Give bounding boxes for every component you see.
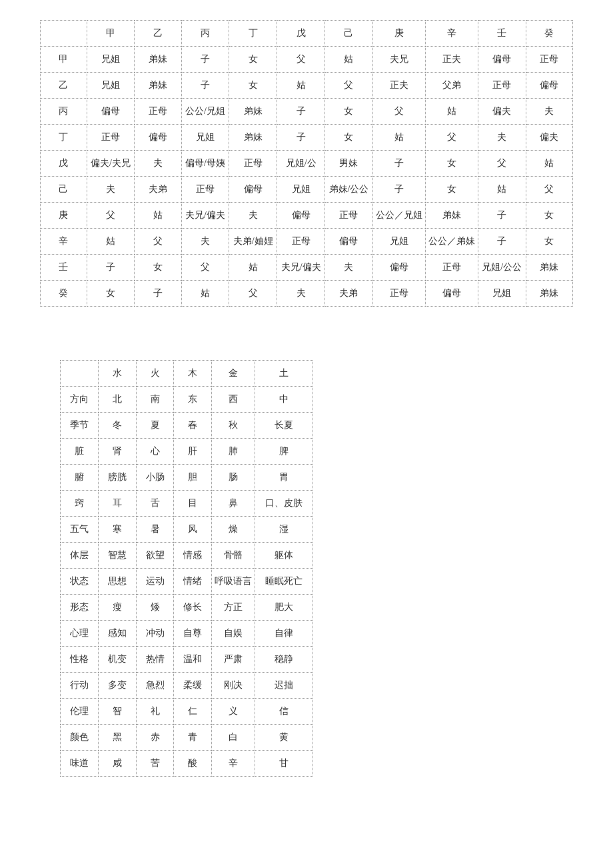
table-cell: 姑: [87, 229, 135, 255]
table-cell: 修长: [174, 595, 212, 621]
table-cell: 戊: [277, 21, 325, 47]
table-cell: 弟妹: [526, 255, 572, 281]
table-cell: 偏母/母姨: [181, 151, 229, 177]
table-cell: 急烈: [136, 673, 174, 699]
table-cell: 暑: [136, 517, 174, 543]
table-cell: 父: [181, 255, 229, 281]
table-cell: 甲: [87, 21, 135, 47]
table-cell: 壬: [478, 21, 526, 47]
table-cell: 腑: [61, 465, 99, 491]
table-row: 味道咸苦酸辛甘: [61, 751, 313, 777]
table-cell: 夏: [136, 413, 174, 439]
table-row: 水火木金土: [61, 361, 313, 387]
table-cell: 正母: [277, 229, 325, 255]
table-row: 癸女子姑父夫夫弟正母偏母兄姐弟妹: [41, 281, 573, 307]
heavenly-stems-relations-table: 甲乙丙丁戊己庚辛壬癸甲兄姐弟妹子女父姑夫兄正夫偏母正母乙兄姐弟妹子女姑父正夫父弟…: [40, 20, 573, 307]
table-cell: 公公／弟妹: [425, 229, 478, 255]
table-cell: 信: [255, 699, 313, 725]
table-row: 戊偏夫/夫兄夫偏母/母姨正母兄姐/公男妹子女父姑: [41, 151, 573, 177]
table-cell: 公公／兄姐: [372, 203, 425, 229]
table-cell: 男妹: [325, 151, 373, 177]
table-cell: 父: [478, 151, 526, 177]
table-cell: 辛: [425, 21, 478, 47]
table-cell: 女: [425, 177, 478, 203]
table-cell: 姑: [325, 47, 373, 73]
table-cell: 丁: [41, 125, 87, 151]
table-cell: 脏: [61, 439, 99, 465]
table-cell: 正母: [526, 47, 572, 73]
table-cell: 寒: [98, 517, 136, 543]
table-cell: 偏母: [229, 177, 277, 203]
table-cell: 夫兄/偏夫: [181, 203, 229, 229]
table-cell: 子: [478, 203, 526, 229]
table-cell: 姑: [229, 255, 277, 281]
table-cell: 刚决: [212, 673, 255, 699]
table-cell: 辛: [41, 229, 87, 255]
table-cell: 口、皮肤: [255, 491, 313, 517]
table-cell: 姑: [135, 203, 181, 229]
table-row: 脏肾心肝肺脾: [61, 439, 313, 465]
table-cell: 偏母: [526, 73, 572, 99]
table-cell: 戊: [41, 151, 87, 177]
table-cell: 仁: [174, 699, 212, 725]
table-cell: 呼吸语言: [212, 569, 255, 595]
table-cell: 西: [212, 387, 255, 413]
table-row: 腑膀胱小肠胆肠胃: [61, 465, 313, 491]
table-row: 庚父姑夫兄/偏夫夫偏母正母公公／兄姐弟妹子女: [41, 203, 573, 229]
table-cell: 父弟: [425, 73, 478, 99]
table-cell: 状态: [61, 569, 99, 595]
table-cell: 正母: [478, 73, 526, 99]
table-cell: 弟妹: [135, 73, 181, 99]
table-cell: 正夫: [372, 73, 425, 99]
table-cell: 弟妹: [526, 281, 572, 307]
table-cell: 胃: [255, 465, 313, 491]
table-cell: 季节: [61, 413, 99, 439]
table-cell: 父: [526, 177, 572, 203]
table-cell: 正夫: [425, 47, 478, 73]
table-cell: 弟妹: [229, 99, 277, 125]
table-cell: 感知: [98, 621, 136, 647]
table-row: 窍耳舌目鼻口、皮肤: [61, 491, 313, 517]
table-cell: 弟妹: [135, 47, 181, 73]
table-cell: 子: [181, 47, 229, 73]
table-cell: 自尊: [174, 621, 212, 647]
table-cell: 兄姐: [277, 177, 325, 203]
table-cell: 正母: [181, 177, 229, 203]
table-cell: 柔缓: [174, 673, 212, 699]
table-cell: 咸: [98, 751, 136, 777]
table-cell: 膀胱: [98, 465, 136, 491]
table-cell: 辛: [212, 751, 255, 777]
table-cell: 肾: [98, 439, 136, 465]
table-cell: 兄姐: [87, 47, 135, 73]
table-cell: 性格: [61, 647, 99, 673]
table-cell: 正母: [87, 125, 135, 151]
table-row: 甲兄姐弟妹子女父姑夫兄正夫偏母正母: [41, 47, 573, 73]
table-cell: 女: [229, 47, 277, 73]
table-cell: 土: [255, 361, 313, 387]
table-cell: 女: [325, 99, 373, 125]
table-cell: 心理: [61, 621, 99, 647]
table-cell: 夫兄: [372, 47, 425, 73]
table-cell: 己: [325, 21, 373, 47]
table-cell: 偏母: [135, 125, 181, 151]
table-cell: 子: [372, 151, 425, 177]
table-cell: 夫弟: [325, 281, 373, 307]
table-cell: 庚: [372, 21, 425, 47]
table-row: 行动多变急烈柔缓刚决迟拙: [61, 673, 313, 699]
table-row: 心理感知冲动自尊自娱自律: [61, 621, 313, 647]
table-cell: 水: [98, 361, 136, 387]
table-cell: 骨骼: [212, 543, 255, 569]
table-cell: 严肃: [212, 647, 255, 673]
table-cell: 小肠: [136, 465, 174, 491]
table-cell: 兄姐: [181, 125, 229, 151]
table-row: 壬子女父姑夫兄/偏夫夫偏母正母兄姐/公公弟妹: [41, 255, 573, 281]
table-cell: 温和: [174, 647, 212, 673]
table-cell: 白: [212, 725, 255, 751]
table-cell: 春: [174, 413, 212, 439]
table-cell: 癸: [526, 21, 572, 47]
table-cell: 东: [174, 387, 212, 413]
table-cell: 自律: [255, 621, 313, 647]
table-cell: 子: [87, 255, 135, 281]
table-cell: 女: [425, 151, 478, 177]
table-cell: 情绪: [174, 569, 212, 595]
